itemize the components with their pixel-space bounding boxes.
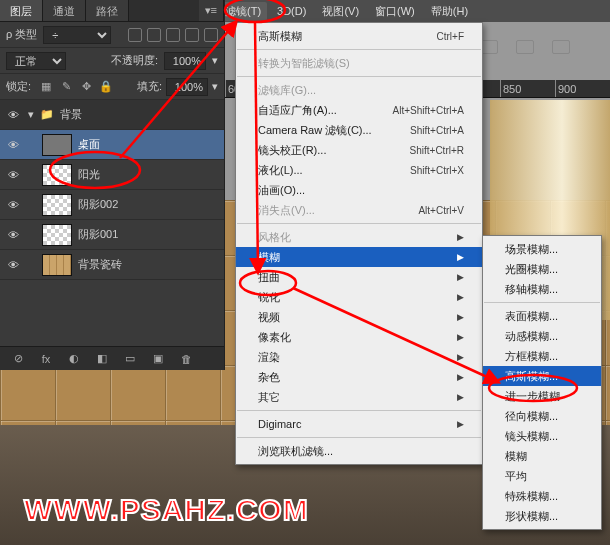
menu-item[interactable]: 自适应广角(A)...Alt+Shift+Ctrl+A [236,100,482,120]
mask-icon[interactable]: ◐ [66,351,82,367]
tab-layers[interactable]: 图层 [0,0,43,21]
layer-row[interactable]: 👁阳光 [0,160,224,190]
submenu-arrow-icon: ▶ [457,312,464,322]
menu-item[interactable]: 镜头模糊... [483,426,601,446]
fill-flyout-icon[interactable]: ▾ [212,80,218,93]
menu-item[interactable]: 场景模糊... [483,239,601,259]
layer-thumbnail[interactable] [42,164,72,186]
menu-item[interactable]: 浏览联机滤镜... [236,441,482,461]
visibility-eye-icon[interactable]: 👁 [4,259,22,271]
menu-item-label: 移轴模糊... [505,282,558,297]
visibility-eye-icon[interactable]: 👁 [4,139,22,151]
menu-item-shortcut: Alt+Ctrl+V [418,205,464,216]
lock-all-icon[interactable]: 🔒 [99,80,113,94]
menu-item[interactable]: 表面模糊... [483,306,601,326]
layer-name[interactable]: 桌面 [78,137,220,152]
blend-mode-select[interactable]: 正常 [6,52,66,70]
submenu-arrow-icon: ▶ [457,232,464,242]
layer-row[interactable]: 👁背景瓷砖 [0,250,224,280]
layer-name[interactable]: 阴影001 [78,227,220,242]
layer-name[interactable]: 背景 [60,107,220,122]
menu-item[interactable]: 视频▶ [236,307,482,327]
visibility-eye-icon[interactable]: 👁 [4,109,22,121]
filter-type-icon[interactable] [166,28,180,42]
menu-item[interactable]: 高斯模糊... [483,366,601,386]
group-icon[interactable]: ▭ [122,351,138,367]
layer-row[interactable]: 👁阴影001 [0,220,224,250]
opacity-flyout-icon[interactable]: ▾ [212,54,218,67]
layer-group[interactable]: 👁▾📁背景 [0,100,224,130]
menu-item[interactable]: 其它▶ [236,387,482,407]
opt-icon[interactable] [516,40,534,54]
menu-item[interactable]: 液化(L)...Shift+Ctrl+X [236,160,482,180]
menu-item[interactable]: Camera Raw 滤镜(C)...Shift+Ctrl+A [236,120,482,140]
fx-icon[interactable]: fx [38,351,54,367]
layers-panel-footer: ⊘ fx ◐ ◧ ▭ ▣ 🗑 [0,346,224,370]
layer-thumbnail[interactable] [42,194,72,216]
blend-opacity-row: 正常 不透明度: ▾ [0,48,224,74]
menu-item[interactable]: 形状模糊... [483,506,601,526]
layer-thumbnail[interactable] [42,254,72,276]
menu-item[interactable]: 径向模糊... [483,406,601,426]
menu-help[interactable]: 帮助(H) [425,2,474,21]
menu-item[interactable]: 光圈模糊... [483,259,601,279]
opacity-label: 不透明度: [111,53,158,68]
visibility-eye-icon[interactable]: 👁 [4,229,22,241]
filter-shape-icon[interactable] [185,28,199,42]
menu-item[interactable]: 进一步模糊 [483,386,601,406]
menu-filter[interactable]: 滤镜(T) [219,2,267,21]
kind-label: ρ 类型 [6,27,37,42]
filter-adjust-icon[interactable] [147,28,161,42]
menu-item[interactable]: 油画(O)... [236,180,482,200]
adjustment-icon[interactable]: ◧ [94,351,110,367]
tab-paths[interactable]: 路径 [86,0,129,21]
lock-paint-icon[interactable]: ✎ [59,80,73,94]
layer-name[interactable]: 背景瓷砖 [78,257,220,272]
layer-thumbnail[interactable] [42,134,72,156]
lock-transparent-icon[interactable]: ▦ [39,80,53,94]
filter-smart-icon[interactable] [204,28,218,42]
lock-position-icon[interactable]: ✥ [79,80,93,94]
group-collapse-icon[interactable]: ▾ [28,108,34,121]
kind-select[interactable]: ÷ [43,26,111,44]
menu-window[interactable]: 窗口(W) [369,2,421,21]
menu-item[interactable]: 锐化▶ [236,287,482,307]
menu-item[interactable]: 像素化▶ [236,327,482,347]
menu-item[interactable]: 模糊 [483,446,601,466]
menu-view[interactable]: 视图(V) [316,2,365,21]
layer-row[interactable]: 👁桌面 [0,130,224,160]
menu-item[interactable]: 模糊▶ [236,247,482,267]
layer-name[interactable]: 阳光 [78,167,220,182]
tab-channels[interactable]: 通道 [43,0,86,21]
submenu-arrow-icon: ▶ [457,352,464,362]
fill-input[interactable] [166,78,208,96]
opacity-input[interactable] [164,52,206,70]
menu-item[interactable]: 渲染▶ [236,347,482,367]
new-layer-icon[interactable]: ▣ [150,351,166,367]
filter-pixel-icon[interactable] [128,28,142,42]
layer-row[interactable]: 👁阴影002 [0,190,224,220]
menu-item[interactable]: 方框模糊... [483,346,601,366]
layer-thumbnail[interactable] [42,224,72,246]
menu-item[interactable]: 动感模糊... [483,326,601,346]
opt-icon[interactable] [552,40,570,54]
submenu-arrow-icon: ▶ [457,272,464,282]
menu-item[interactable]: 杂色▶ [236,367,482,387]
visibility-eye-icon[interactable]: 👁 [4,169,22,181]
menu-item[interactable]: 镜头校正(R)...Shift+Ctrl+R [236,140,482,160]
link-layers-icon[interactable]: ⊘ [10,351,26,367]
visibility-eye-icon[interactable]: 👁 [4,199,22,211]
menu-separator [237,223,481,224]
menu-item[interactable]: 移轴模糊... [483,279,601,299]
layer-name[interactable]: 阴影002 [78,197,220,212]
layer-filter-row: ρ 类型 ÷ [0,22,224,48]
menu-3d[interactable]: 3D(D) [271,3,312,19]
menu-item[interactable]: 平均 [483,466,601,486]
panel-menu-icon[interactable]: ▾≡ [199,0,224,21]
menu-item[interactable]: Digimarc▶ [236,414,482,434]
menu-item-label: 光圈模糊... [505,262,558,277]
menu-item[interactable]: 高斯模糊Ctrl+F [236,26,482,46]
menu-item[interactable]: 扭曲▶ [236,267,482,287]
trash-icon[interactable]: 🗑 [178,351,194,367]
menu-item[interactable]: 特殊模糊... [483,486,601,506]
